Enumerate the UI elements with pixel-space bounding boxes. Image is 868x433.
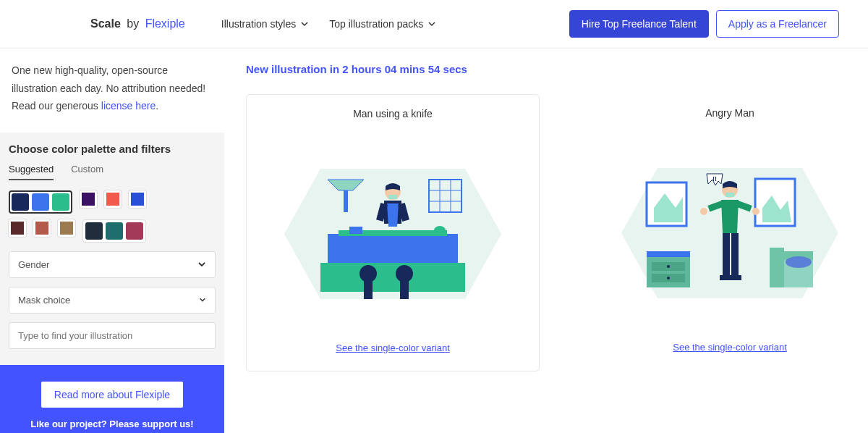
- illustration-cards: Man using a knife: [246, 94, 868, 371]
- brand-by: by: [127, 17, 139, 30]
- mask-select[interactable]: Mask choice: [9, 287, 216, 314]
- card-title: Man using a knife: [353, 108, 433, 119]
- brand-flexiple: Flexiple: [145, 17, 185, 30]
- svg-point-29: [667, 277, 670, 279]
- nav-top-packs[interactable]: Top illustration packs: [329, 18, 436, 30]
- svg-rect-1: [320, 263, 465, 292]
- main-content: New illustration in 2 hours 04 mins 54 s…: [224, 49, 868, 433]
- brand-logo[interactable]: Scale by Flexiple: [90, 17, 185, 30]
- gender-label: Gender: [18, 259, 49, 270]
- svg-rect-42: [720, 275, 731, 280]
- mask-label: Mask choice: [18, 295, 70, 306]
- svg-point-38: [700, 208, 707, 215]
- read-more-button[interactable]: Read more about Flexiple: [41, 381, 184, 408]
- chevron-down-icon: [300, 20, 309, 28]
- nav-label: Top illustration packs: [329, 18, 423, 30]
- svg-rect-35: [726, 193, 734, 197]
- license-link[interactable]: license here: [101, 100, 156, 112]
- tab-custom[interactable]: Custom: [71, 164, 103, 180]
- intro-post: .: [156, 100, 158, 112]
- nav-illustration-styles[interactable]: Illustration styles: [221, 18, 309, 30]
- svg-rect-25: [647, 251, 690, 257]
- svg-point-33: [786, 256, 812, 268]
- swatch: [85, 222, 103, 240]
- apply-freelancer-button[interactable]: Apply as a Freelancer: [716, 10, 839, 38]
- svg-point-28: [667, 265, 670, 268]
- illustration-image: [277, 133, 509, 321]
- svg-rect-41: [731, 233, 739, 277]
- palette-group-1[interactable]: [9, 190, 72, 214]
- illustration-card[interactable]: Man using a knife: [246, 94, 540, 371]
- gender-select[interactable]: Gender: [9, 251, 216, 278]
- countdown-time: 2 hours 04 mins 54 secs: [342, 63, 467, 75]
- hire-talent-button[interactable]: Hire Top Freelance Talent: [569, 10, 709, 38]
- filter-panel: Choose color palette and filters Suggest…: [0, 133, 224, 365]
- svg-rect-20: [349, 227, 362, 234]
- variant-link[interactable]: See the single-color variant: [673, 342, 787, 353]
- tab-suggested[interactable]: Suggested: [9, 164, 54, 180]
- svg-point-39: [752, 208, 760, 215]
- svg-rect-13: [344, 190, 348, 212]
- countdown-timer: New illustration in 2 hours 04 mins 54 s…: [246, 63, 868, 75]
- svg-rect-2: [328, 234, 458, 263]
- svg-point-7: [396, 265, 413, 282]
- palette-tabs: Suggested Custom: [9, 164, 216, 180]
- svg-rect-9: [388, 195, 397, 199]
- palette-group-2[interactable]: [82, 219, 146, 243]
- swatch-single[interactable]: [104, 190, 122, 208]
- promo-panel: Read more about Flexiple Like our projec…: [0, 365, 224, 434]
- svg-rect-43: [730, 275, 741, 280]
- card-title: Angry Man: [705, 107, 754, 119]
- swatch: [32, 193, 49, 211]
- swatch-single[interactable]: [58, 219, 75, 237]
- promo-support-text: Like our project? Please support us!: [14, 419, 210, 429]
- svg-text:!!: !!: [712, 175, 717, 182]
- palette-rows: [9, 190, 216, 243]
- nav-links: Illustration styles Top illustration pac…: [221, 18, 436, 30]
- swatch-single[interactable]: [129, 190, 146, 208]
- header-bar: Scale by Flexiple Illustration styles To…: [0, 0, 868, 49]
- intro-text: One new high-quality, open-source illust…: [0, 49, 224, 133]
- swatch-single[interactable]: [9, 219, 26, 237]
- chevron-down-icon: [197, 260, 206, 269]
- countdown-prefix: New illustration in: [246, 63, 342, 75]
- svg-point-5: [359, 265, 377, 282]
- chevron-down-icon: [427, 20, 436, 28]
- swatch-single[interactable]: [80, 190, 97, 208]
- swatch: [52, 193, 69, 211]
- swatch: [12, 193, 29, 211]
- variant-link[interactable]: See the single-color variant: [336, 342, 450, 353]
- illustration-image: !!: [614, 132, 846, 320]
- swatch: [126, 222, 143, 240]
- search-input[interactable]: [9, 322, 216, 349]
- svg-rect-40: [723, 233, 730, 277]
- swatch-single[interactable]: [33, 219, 51, 237]
- sidebar: One new high-quality, open-source illust…: [0, 49, 224, 433]
- nav-label: Illustration styles: [221, 18, 296, 30]
- chevron-down-icon: [199, 296, 206, 303]
- filter-title: Choose color palette and filters: [9, 143, 216, 155]
- illustration-card[interactable]: Angry Man: [583, 94, 868, 371]
- svg-point-19: [434, 226, 446, 235]
- swatch: [106, 222, 123, 240]
- brand-scale: Scale: [90, 17, 121, 30]
